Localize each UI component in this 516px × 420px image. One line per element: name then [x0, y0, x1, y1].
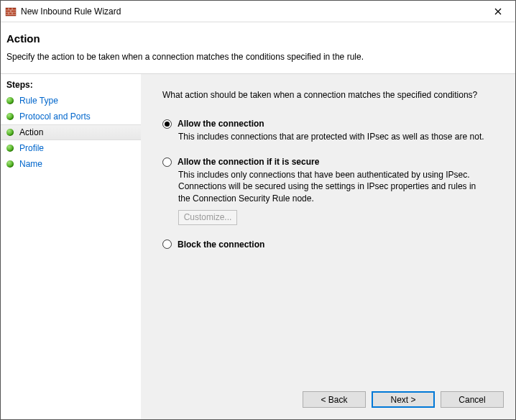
radio-block[interactable] [162, 239, 172, 249]
step-protocol-ports[interactable]: Protocol and Ports [1, 109, 141, 124]
step-profile[interactable]: Profile [1, 140, 141, 156]
option-desc: This includes connections that are prote… [178, 131, 487, 142]
step-label[interactable]: Profile [19, 143, 44, 153]
content-panel: What action should be taken when a conne… [141, 74, 515, 419]
step-label[interactable]: Rule Type [19, 96, 58, 106]
page-title: Action [6, 32, 510, 45]
next-button[interactable]: Next > [372, 391, 435, 408]
wizard-window: New Inbound Rule Wizard Action Specify t… [0, 0, 516, 420]
page-subtitle: Specify the action to be taken when a co… [6, 52, 510, 62]
option-allow-secure: Allow the connection if it is secure Thi… [162, 157, 502, 225]
option-label[interactable]: Allow the connection if it is secure [178, 157, 319, 167]
option-label[interactable]: Block the connection [178, 239, 264, 250]
close-icon [494, 8, 502, 15]
radio-allow[interactable] [162, 119, 172, 129]
step-bullet-icon [6, 113, 14, 120]
cancel-button[interactable]: Cancel [441, 391, 504, 408]
firewall-icon [5, 6, 17, 17]
step-action[interactable]: Action [1, 124, 141, 140]
option-allow: Allow the connection This includes conne… [162, 119, 502, 142]
step-name[interactable]: Name [1, 156, 141, 172]
step-label[interactable]: Name [19, 159, 42, 169]
step-bullet-icon [6, 145, 14, 152]
radio-allow-secure[interactable] [162, 158, 172, 167]
content-prompt: What action should be taken when a conne… [162, 90, 502, 100]
option-label[interactable]: Allow the connection [178, 119, 264, 129]
wizard-footer: < Back Next > Cancel [303, 391, 504, 408]
steps-title: Steps: [1, 78, 141, 93]
close-button[interactable] [482, 1, 514, 22]
step-bullet-icon [6, 160, 14, 168]
titlebar: New Inbound Rule Wizard [1, 1, 515, 22]
wizard-header: Action Specify the action to be taken wh… [1, 22, 515, 73]
customize-button: Customize... [178, 210, 237, 225]
step-label: Action [19, 127, 43, 137]
back-button[interactable]: < Back [303, 391, 366, 408]
step-label[interactable]: Protocol and Ports [19, 111, 91, 122]
wizard-body: Steps: Rule Type Protocol and Ports Acti… [1, 73, 515, 419]
window-title: New Inbound Rule Wizard [21, 6, 482, 17]
steps-sidebar: Steps: Rule Type Protocol and Ports Acti… [1, 74, 141, 419]
option-desc: This includes only connections that have… [178, 169, 487, 204]
step-bullet-icon [6, 97, 14, 104]
option-block: Block the connection [162, 239, 502, 250]
step-bullet-icon [6, 129, 14, 136]
step-rule-type[interactable]: Rule Type [1, 93, 141, 109]
